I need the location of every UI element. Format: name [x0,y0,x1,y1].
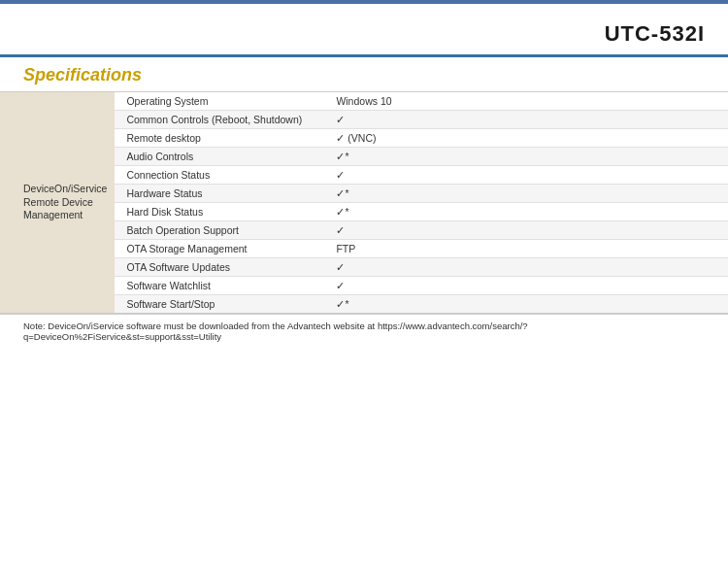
top-section: UTC-532I [0,4,728,54]
feature-cell: OTA Software Updates [115,258,328,277]
value-cell: Windows 10 [328,92,728,111]
value-cell: FTP [328,240,728,258]
feature-cell: Hardware Status [115,185,328,203]
feature-cell: Software Start/Stop [115,295,328,314]
specs-table: DeviceOn/iServiceRemote Device Managemen… [0,92,728,314]
feature-cell: Batch Operation Support [115,221,328,240]
feature-cell: OTA Storage Management [115,240,328,258]
note-text: Note: DeviceOn/iService software must be… [23,321,528,342]
feature-cell: Connection Status [115,166,328,185]
table-row: DeviceOn/iServiceRemote Device Managemen… [0,92,728,111]
value-cell: ✓ (VNC) [328,129,728,148]
feature-cell: Remote desktop [115,129,328,148]
value-cell: ✓* [328,185,728,203]
feature-cell: Software Watchlist [115,277,328,295]
feature-cell: Hard Disk Status [115,203,328,221]
value-cell: ✓* [328,295,728,314]
note-row: Note: DeviceOn/iService software must be… [0,314,728,348]
feature-cell: Audio Controls [115,148,328,166]
value-cell: ✓ [328,111,728,129]
specs-heading: Specifications [0,57,728,92]
value-cell: ✓* [328,203,728,221]
value-cell: ✓ [328,258,728,277]
category-cell: DeviceOn/iServiceRemote Device Managemen… [0,92,115,314]
value-cell: ✓* [328,148,728,166]
feature-cell: Operating System [115,92,328,111]
feature-cell: Common Controls (Reboot, Shutdown) [115,111,328,129]
product-title: UTC-532I [605,21,705,46]
value-cell: ✓ [328,277,728,295]
value-cell: ✓ [328,221,728,240]
value-cell: ✓ [328,166,728,185]
